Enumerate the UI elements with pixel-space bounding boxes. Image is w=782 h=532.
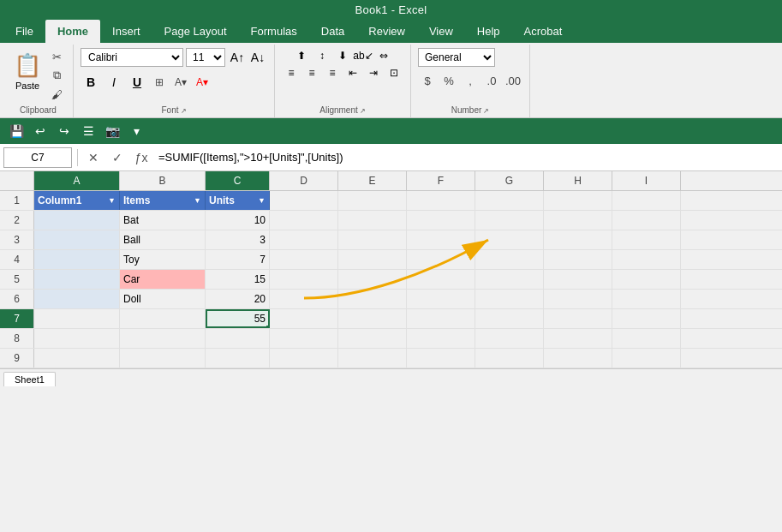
row-num-2[interactable]: 2 (0, 211, 34, 230)
decrease-decimal-button[interactable]: .0 (482, 72, 501, 89)
format-painter-button[interactable]: 🖌 (47, 86, 66, 103)
cell-g3[interactable] (475, 230, 544, 249)
tab-help[interactable]: Help (465, 20, 512, 43)
tab-view[interactable]: View (417, 20, 465, 43)
tab-review[interactable]: Review (356, 20, 417, 43)
cell-f5[interactable] (407, 270, 475, 289)
cell-i1[interactable] (612, 191, 681, 210)
increase-font-size-button[interactable]: A↑ (228, 48, 247, 67)
cell-f1[interactable] (407, 191, 475, 210)
table-header-units[interactable]: Units ▼ (206, 191, 270, 210)
cell-a6[interactable] (34, 290, 120, 308)
cell-h1[interactable] (544, 191, 612, 210)
row-num-7[interactable]: 7 (0, 309, 34, 328)
col-header-e[interactable]: E (338, 171, 407, 190)
cell-h4[interactable] (544, 250, 612, 269)
cell-a8[interactable] (34, 329, 120, 348)
cell-d7[interactable] (270, 309, 338, 328)
cell-c9[interactable] (206, 349, 270, 368)
increase-indent-button[interactable]: ⇥ (364, 65, 383, 81)
paste-button[interactable]: 📋 Paste (10, 48, 45, 93)
cell-g9[interactable] (475, 349, 544, 368)
cell-c3[interactable]: 3 (206, 230, 270, 249)
cell-e2[interactable] (338, 211, 407, 230)
cell-h5[interactable] (544, 270, 612, 289)
cell-f3[interactable] (407, 230, 475, 249)
cell-h2[interactable] (544, 211, 612, 230)
row-num-5[interactable]: 5 (0, 270, 34, 289)
cell-g1[interactable] (475, 191, 544, 210)
cell-h8[interactable] (544, 329, 612, 348)
cell-f4[interactable] (407, 250, 475, 269)
column1-dropdown-arrow[interactable]: ▼ (108, 196, 116, 205)
cell-f7[interactable] (407, 309, 475, 328)
tab-data[interactable]: Data (309, 20, 356, 43)
cell-f2[interactable] (407, 211, 475, 230)
cell-c8[interactable] (206, 329, 270, 348)
cell-g6[interactable] (475, 290, 544, 308)
fill-handle[interactable] (266, 326, 270, 328)
cell-b5[interactable]: Car (120, 270, 206, 289)
cell-b7[interactable] (120, 309, 206, 328)
cell-c7[interactable]: 55 (206, 309, 270, 328)
table-header-items[interactable]: Items ▼ (120, 191, 206, 210)
cell-d9[interactable] (270, 349, 338, 368)
number-expand-icon[interactable]: ↗ (483, 107, 489, 115)
cell-b9[interactable] (120, 349, 206, 368)
col-header-a[interactable]: A (34, 171, 120, 190)
cancel-formula-button[interactable]: ✕ (83, 147, 104, 168)
cell-d4[interactable] (270, 250, 338, 269)
cell-a9[interactable] (34, 349, 120, 368)
undo-button[interactable]: ↩ (31, 122, 50, 140)
currency-button[interactable]: $ (418, 72, 437, 89)
cell-e7[interactable] (338, 309, 407, 328)
font-expand-icon[interactable]: ↗ (181, 107, 187, 115)
cell-c2[interactable]: 10 (206, 211, 270, 230)
bold-button[interactable]: B (81, 72, 101, 93)
cell-i5[interactable] (612, 270, 681, 289)
align-center-button[interactable]: ≡ (302, 65, 321, 81)
cell-i3[interactable] (612, 230, 681, 249)
cell-e9[interactable] (338, 349, 407, 368)
cell-h9[interactable] (544, 349, 612, 368)
increase-decimal-button[interactable]: .00 (504, 72, 522, 89)
cell-e1[interactable] (338, 191, 407, 210)
row-num-9[interactable]: 9 (0, 349, 34, 368)
fill-color-button[interactable]: A▾ (171, 74, 190, 91)
cell-g5[interactable] (475, 270, 544, 289)
tab-home[interactable]: Home (45, 20, 100, 43)
cell-f9[interactable] (407, 349, 475, 368)
cell-e6[interactable] (338, 290, 407, 308)
tab-formulas[interactable]: Formulas (239, 20, 309, 43)
font-color-button[interactable]: A▾ (193, 74, 212, 91)
save-button[interactable]: 💾 (7, 122, 26, 140)
col-header-b[interactable]: B (120, 171, 206, 190)
percent-button[interactable]: % (439, 72, 458, 89)
cell-c4[interactable]: 7 (206, 250, 270, 269)
bullets-button[interactable]: ☰ (79, 122, 98, 140)
cell-reference-box[interactable] (3, 147, 72, 168)
align-left-button[interactable]: ≡ (282, 65, 301, 81)
table-header-column1[interactable]: Column1 ▼ (34, 191, 120, 210)
cell-e4[interactable] (338, 250, 407, 269)
cell-i9[interactable] (612, 349, 681, 368)
cell-d6[interactable] (270, 290, 338, 308)
cell-a2[interactable] (34, 211, 120, 230)
row-num-8[interactable]: 8 (0, 329, 34, 348)
tab-file[interactable]: File (3, 20, 45, 43)
cell-c1[interactable]: Units ▼ (206, 191, 270, 210)
font-size-select[interactable]: 11 (186, 48, 225, 67)
cell-i7[interactable] (612, 309, 681, 328)
cell-a3[interactable] (34, 230, 120, 249)
cell-d5[interactable] (270, 270, 338, 289)
cell-d8[interactable] (270, 329, 338, 348)
col-header-h[interactable]: H (544, 171, 612, 190)
cell-i6[interactable] (612, 290, 681, 308)
cell-i8[interactable] (612, 329, 681, 348)
copy-button[interactable]: ⧉ (47, 67, 66, 84)
cell-i4[interactable] (612, 250, 681, 269)
align-middle-button[interactable]: ↕ (313, 48, 331, 63)
cell-f8[interactable] (407, 329, 475, 348)
comma-button[interactable]: , (461, 72, 480, 89)
cell-b1[interactable]: Items ▼ (120, 191, 206, 210)
